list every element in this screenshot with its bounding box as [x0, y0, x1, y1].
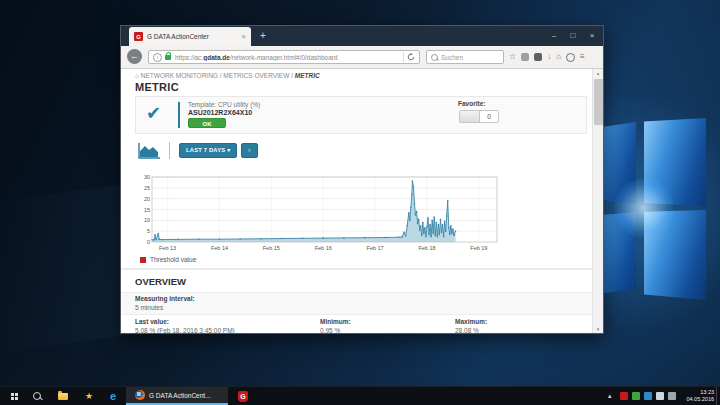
- svg-text:Feb 17: Feb 17: [367, 245, 384, 251]
- gdata-tool-button[interactable]: ★: [78, 387, 100, 405]
- taskbar-clock[interactable]: 13:23 04.05.2016: [686, 389, 714, 403]
- window-minimize-button[interactable]: –: [545, 28, 563, 43]
- url-text[interactable]: https://ac.gdata.de/network-manager.html…: [175, 54, 403, 61]
- taskbar-item-gdata-app[interactable]: G: [232, 387, 254, 405]
- browser-window: G G DATA ActionCenter × + – □ × ← i http…: [120, 25, 604, 334]
- back-button[interactable]: ←: [127, 49, 142, 64]
- area-chart-icon: [137, 142, 161, 159]
- divider: [169, 142, 170, 159]
- taskbar-item-gdata-actioncenter[interactable]: G DATA ActionCent...: [126, 387, 228, 405]
- client-name: ASU2012R2X64X10: [188, 109, 252, 116]
- page-info-icon[interactable]: i: [153, 53, 162, 62]
- browser-toolbar: ← i https://ac.gdata.de/network-manager.…: [121, 46, 603, 69]
- measuring-interval-row: Measuring interval: 5 minutes: [121, 292, 592, 315]
- desktop-wallpaper: G G DATA ActionCenter × + – □ × ← i http…: [0, 0, 720, 405]
- search-placeholder: Suchen: [441, 54, 463, 61]
- gdata-tray-icon[interactable]: [620, 392, 628, 400]
- favorite-toggle-knob[interactable]: [460, 111, 480, 122]
- breadcrumb-separator: /: [220, 72, 222, 79]
- metric-area-chart[interactable]: 051015202530Feb 13Feb 14Feb 15Feb 16Feb …: [139, 173, 505, 253]
- svg-text:Feb 13: Feb 13: [159, 245, 176, 251]
- divider: [178, 102, 180, 128]
- page-title: METRIC: [135, 81, 179, 93]
- show-desktop-button[interactable]: [716, 387, 720, 405]
- chart-legend: Threshold value: [140, 256, 196, 263]
- toolbar-icons: ☆↓⌂≡: [509, 49, 585, 65]
- home-icon[interactable]: ⌂: [556, 49, 561, 65]
- edge-button[interactable]: e: [102, 387, 124, 405]
- action-center-tray-icon[interactable]: [668, 392, 676, 400]
- clock-date: 04.05.2016: [686, 396, 714, 403]
- system-tray: ▴: [604, 387, 676, 405]
- home-icon[interactable]: ⌂: [135, 72, 139, 79]
- search-icon: [431, 54, 438, 61]
- threshold-legend-label: Threshold value: [150, 256, 196, 263]
- window-maximize-button[interactable]: □: [564, 28, 582, 43]
- folder-icon: [58, 393, 68, 400]
- minimum-label: Minimum:: [320, 318, 351, 325]
- chart-toolbar: LAST 7 DAYS ▾: [137, 141, 258, 159]
- measuring-interval-label: Measuring interval:: [135, 295, 195, 302]
- svg-text:Feb 14: Feb 14: [211, 245, 228, 251]
- scrollbar-thumb[interactable]: [594, 79, 603, 125]
- start-button[interactable]: [4, 387, 24, 405]
- template-label: Template: CPU utility (%): [188, 101, 260, 108]
- file-explorer-button[interactable]: [52, 387, 74, 405]
- scroll-up-icon[interactable]: ▴: [593, 70, 603, 76]
- url-domain: gdata.de: [203, 54, 230, 61]
- bookmark-star-icon[interactable]: ☆: [509, 49, 516, 65]
- maximum-label: Maximum:: [455, 318, 487, 325]
- url-bar[interactable]: i https://ac.gdata.de/network-manager.ht…: [148, 50, 420, 64]
- favorite-toggle[interactable]: 0: [459, 110, 499, 123]
- new-tab-button[interactable]: +: [255, 29, 271, 44]
- scroll-down-icon[interactable]: ▾: [593, 326, 603, 332]
- status-green-tray-icon[interactable]: [632, 392, 640, 400]
- svg-text:Feb 19: Feb 19: [470, 245, 487, 251]
- edge-icon: e: [110, 387, 116, 405]
- refresh-button[interactable]: [241, 143, 258, 158]
- favorite-label: Favorite:: [458, 100, 485, 107]
- svg-text:5: 5: [147, 228, 150, 234]
- last-value-label: Last value:: [135, 318, 169, 325]
- window-close-button[interactable]: ×: [583, 28, 601, 43]
- tab-close-icon[interactable]: ×: [241, 32, 246, 41]
- adblocker-icon[interactable]: [534, 53, 542, 61]
- network-tray-icon[interactable]: [656, 392, 664, 400]
- favorite-count: 0: [480, 111, 498, 122]
- svg-text:30: 30: [144, 174, 150, 180]
- svg-text:25: 25: [144, 185, 150, 191]
- menu-icon[interactable]: ≡: [580, 49, 585, 65]
- search-input[interactable]: Suchen: [426, 50, 504, 64]
- status-badge: OK: [188, 118, 226, 128]
- last-value: 5.08 % (Feb 18, 2016 3:45:00 PM): [135, 327, 235, 333]
- taskbar-search-button[interactable]: [26, 387, 48, 405]
- scrollbar[interactable]: ▴ ▾: [592, 69, 603, 333]
- maximum-value: 28.08 %: [455, 327, 479, 333]
- reload-icon: [407, 53, 415, 61]
- pocket-icon[interactable]: [521, 53, 529, 61]
- breadcrumb-item-network-monitoring[interactable]: NETWORK MONITORING: [141, 72, 218, 79]
- status-check-icon: ✔: [146, 102, 161, 124]
- overview-heading: OVERVIEW: [135, 276, 186, 287]
- https-lock-icon[interactable]: [165, 55, 171, 60]
- url-path: /network-manager.html#/0/dashboard: [230, 54, 338, 61]
- breadcrumb-item-metrics-overview[interactable]: METRICS OVERVIEW: [223, 72, 289, 79]
- template-panel: ✔ Template: CPU utility (%) ASU2012R2X64…: [135, 96, 587, 134]
- breadcrumb: ⌂ NETWORK MONITORING / METRICS OVERVIEW …: [135, 72, 320, 79]
- search-icon: [33, 392, 41, 400]
- svg-text:20: 20: [144, 196, 150, 202]
- minimum-value: 0.95 %: [320, 327, 340, 333]
- svg-text:0: 0: [147, 239, 150, 245]
- gdata-shield-icon: G: [238, 391, 248, 402]
- hidden-icons-caret[interactable]: ▴: [608, 392, 616, 400]
- tab-gdata-actioncenter[interactable]: G G DATA ActionCenter ×: [129, 27, 251, 46]
- svg-text:Feb 16: Feb 16: [315, 245, 332, 251]
- date-range-button[interactable]: LAST 7 DAYS ▾: [179, 143, 237, 158]
- reload-button[interactable]: [403, 52, 415, 62]
- svg-text:Feb 15: Feb 15: [263, 245, 280, 251]
- sync-icon[interactable]: [566, 53, 575, 62]
- status-blue-tray-icon[interactable]: [644, 392, 652, 400]
- downloads-icon[interactable]: ↓: [547, 49, 551, 65]
- svg-text:10: 10: [144, 217, 150, 223]
- threshold-swatch-icon: [140, 257, 146, 263]
